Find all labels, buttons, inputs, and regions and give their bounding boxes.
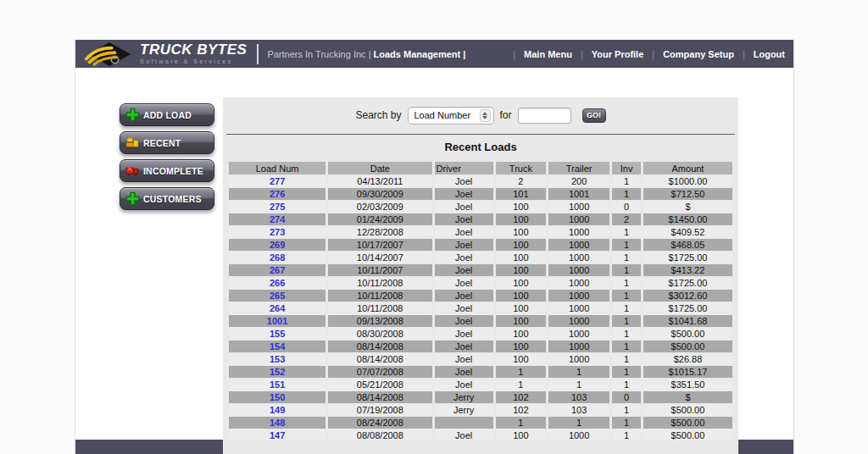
load-number-link[interactable]: 154 — [270, 341, 285, 352]
load-row-1001: 100109/13/2008Joel10010001$1041.68 — [229, 315, 732, 327]
truck-red-icon — [125, 163, 140, 178]
cell-load: 149 — [229, 404, 326, 416]
load-number-link[interactable]: 265 — [270, 291, 285, 301]
cell-truck: 100 — [496, 340, 546, 352]
load-row-273: 27312/28/2008Joel10010001$409.52 — [229, 226, 732, 238]
load-number-link[interactable]: 152 — [270, 367, 285, 377]
load-number-link[interactable]: 276 — [270, 189, 285, 199]
add-load-button[interactable]: ADD LOAD — [120, 103, 214, 126]
cell-inv: 1 — [612, 188, 641, 200]
load-row-148: 14808/24/2008111$500.00 — [229, 417, 732, 429]
cell-trailer: 103 — [548, 404, 609, 416]
load-number-link[interactable]: 153 — [270, 354, 285, 364]
cell-inv: 0 — [612, 201, 641, 213]
cell-load: 268 — [229, 252, 326, 263]
load-number-link[interactable]: 1001 — [267, 316, 287, 326]
cell-date: 10/17/2007 — [328, 239, 431, 251]
cell-inv: 1 — [612, 277, 641, 289]
load-row-265: 26510/11/2008Joel10010001$3012.60 — [229, 290, 732, 302]
cell-trailer: 1000 — [548, 201, 609, 213]
load-number-link[interactable]: 277 — [270, 176, 285, 186]
sidebar-button-label: ADD LOAD — [143, 110, 192, 120]
sidebar-button-label: RECENT — [143, 138, 181, 148]
recent-loads-button[interactable]: RECENT — [120, 131, 214, 154]
column-header-trailer: Trailer — [548, 162, 609, 174]
search-input[interactable] — [518, 108, 571, 124]
go-button[interactable]: GO! — [582, 108, 606, 123]
cell-truck: 101 — [496, 188, 546, 200]
cell-driver: Joel — [435, 252, 493, 263]
cell-truck: 100 — [496, 277, 546, 289]
cell-driver: Joel — [435, 201, 493, 213]
search-field-select[interactable]: Load Number — [408, 107, 494, 125]
cell-date: 09/13/2008 — [328, 315, 431, 327]
load-number-link[interactable]: 150 — [270, 392, 285, 402]
cell-inv: 1 — [612, 302, 641, 314]
nav-item-your-profile[interactable]: Your Profile — [592, 49, 644, 59]
cell-amount: $1450.00 — [643, 213, 732, 225]
load-row-152: 15207/07/2008Joel111$1015.17 — [229, 366, 732, 378]
cell-trailer: 1000 — [548, 213, 609, 225]
cell-inv: 1 — [612, 264, 641, 276]
brand-subtitle: Software & Services — [140, 58, 247, 65]
load-number-link[interactable]: 275 — [270, 202, 285, 212]
cell-inv: 1 — [612, 404, 641, 416]
cell-trailer: 1000 — [548, 264, 609, 276]
plus-icon — [125, 108, 140, 122]
cell-date: 10/11/2008 — [328, 302, 431, 314]
cell-truck: 1 — [496, 417, 546, 429]
cell-inv: 1 — [612, 315, 641, 327]
cell-driver: Joel — [435, 429, 493, 441]
cell-amount: $500.00 — [643, 340, 732, 352]
cell-inv: 1 — [612, 252, 641, 263]
load-number-link[interactable]: 147 — [270, 430, 285, 440]
cell-trailer: 103 — [548, 391, 609, 403]
customers-button[interactable]: CUSTOMERS — [120, 187, 214, 210]
cell-trailer: 1000 — [548, 315, 609, 327]
cell-trailer: 1000 — [548, 226, 609, 238]
cell-inv: 0 — [612, 391, 641, 403]
load-row-269: 26910/17/2007Joel10010001$468.05 — [229, 239, 732, 251]
nav-pipe: | — [743, 49, 745, 59]
load-number-link[interactable]: 155 — [270, 329, 285, 339]
breadcrumb-separator-end: | — [463, 49, 465, 59]
load-number-link[interactable]: 269 — [270, 240, 285, 250]
nav-item-logout[interactable]: Logout — [754, 49, 785, 59]
cell-trailer: 1000 — [548, 328, 609, 340]
for-label: for — [500, 109, 512, 121]
cell-driver: Joel — [435, 366, 493, 378]
load-number-link[interactable]: 148 — [270, 418, 285, 428]
cell-date: 07/19/2008 — [328, 404, 431, 416]
load-number-link[interactable]: 151 — [270, 379, 285, 390]
load-number-link[interactable]: 266 — [270, 278, 285, 288]
cell-driver: Joel — [435, 353, 493, 365]
cell-date: 07/07/2008 — [328, 366, 431, 378]
cell-trailer: 1000 — [548, 290, 609, 302]
cell-load: 265 — [229, 290, 326, 302]
cell-truck: 100 — [496, 328, 546, 340]
load-number-link[interactable]: 267 — [270, 265, 285, 275]
cell-amount: $500.00 — [643, 417, 732, 429]
column-header-amount: Amount — [643, 162, 732, 174]
cell-truck: 100 — [496, 239, 546, 251]
cell-trailer: 1000 — [548, 340, 609, 352]
cell-trailer: 1001 — [548, 188, 609, 200]
cell-inv: 1 — [612, 290, 641, 302]
load-number-link[interactable]: 149 — [270, 405, 285, 415]
cell-inv: 1 — [612, 379, 641, 390]
cell-driver: Joel — [435, 302, 493, 314]
nav-item-company-setup[interactable]: Company Setup — [663, 49, 734, 59]
cell-load: 153 — [229, 353, 326, 365]
load-number-link[interactable]: 273 — [270, 227, 285, 237]
load-row-151: 15105/21/2008Joel111$351.50 — [229, 379, 732, 390]
load-number-link[interactable]: 264 — [270, 303, 285, 313]
load-number-link[interactable]: 274 — [270, 214, 285, 224]
cell-truck: 100 — [496, 264, 546, 276]
load-row-268: 26810/14/2007Joel10010001$1725.00 — [229, 252, 732, 263]
cell-load: 267 — [229, 264, 326, 276]
cell-date: 10/11/2008 — [328, 277, 431, 289]
load-number-link[interactable]: 268 — [270, 252, 285, 263]
nav-item-main-menu[interactable]: Main Menu — [524, 49, 572, 59]
cell-truck: 1 — [496, 366, 546, 378]
incomplete-loads-button[interactable]: INCOMPLETE — [120, 159, 214, 182]
